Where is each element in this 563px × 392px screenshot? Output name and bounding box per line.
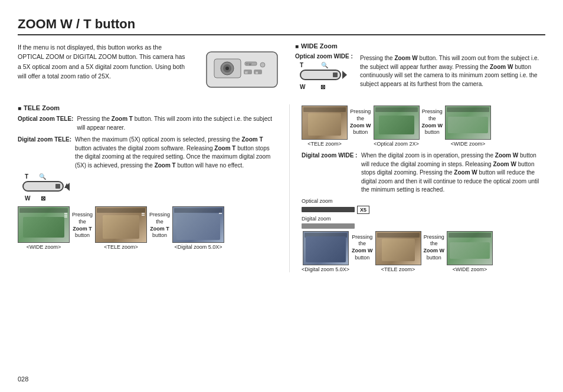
optical-zoom-label: Optical zoom [302,198,333,204]
tele-zoom-title: TELE Zoom [18,104,277,111]
pressing-w-label-1: Pressing the Zoom W button [350,108,371,136]
tele-photo-2: <TELE zoom> [95,206,147,250]
wide-top-photo-3: <WIDE zoom> [445,106,491,147]
camera-illustration: T W W ⊠ [201,42,283,96]
wide-zoom-title: WIDE Zoom [295,42,545,50]
optical-wide-label: Optical zoom WIDE : [295,53,354,60]
optical-wide-desc: Pressing the Zoom W button. This will zo… [360,55,539,87]
wide-top-photo-2: <Optical zoom 2X> [374,106,420,147]
wide-bottom-photo-1: <Digital zoom 5.0X> [302,231,349,272]
pressing-t-label-1: Pressing the Zoom T button [72,212,93,239]
pressing-t-label-2: Pressing the Zoom T button [149,212,170,239]
svg-point-4 [225,67,229,70]
tele-photo-1: <WIDE zoom> [18,206,70,250]
digital-wide-desc: When the digital zoom is in operation, p… [361,151,545,195]
svg-text:T    W: T W [246,62,251,66]
wide-bottom-photo-3: <WIDE zoom> [447,231,493,272]
intro-text: If the menu is not displayed, this butto… [18,42,189,81]
pressing-w-label-3: Pressing the Zoom W button [352,234,373,262]
wide-top-photo-1: <TELE zoom> [302,106,348,147]
svg-text:⊠: ⊠ [256,71,258,74]
pressing-w-label-4: Pressing the Zoom W button [424,234,445,262]
page-title: ZOOM W / T button [18,17,545,35]
optical-tele-label: Optical zoom TELE: [18,115,73,132]
digital-wide-label: Digital zoom WIDE : [302,151,358,195]
x5-badge: X5 [357,206,369,214]
svg-point-7 [260,62,265,67]
page-number: 028 [18,375,28,383]
pressing-w-label-2: Pressing the Zoom W button [422,108,443,136]
svg-text:W: W [245,71,248,74]
wide-bottom-photo-2: <TELE zoom> [375,231,421,272]
digital-tele-desc: When the maximum (5X) optical zoom is se… [75,136,277,170]
digital-tele-label: Digital zoom TELE: [18,136,71,170]
page: ZOOM W / T button If the menu is not dis… [0,0,563,392]
tele-photo-3: <Digital zoom 5.0X> [172,206,224,250]
wide-zoom-section: WIDE Zoom Optical zoom WIDE : T🔍 [295,42,545,96]
optical-tele-desc: Pressing the Zoom T button. This will zo… [77,115,277,132]
digital-zoom-label: Digital zoom [302,216,331,222]
